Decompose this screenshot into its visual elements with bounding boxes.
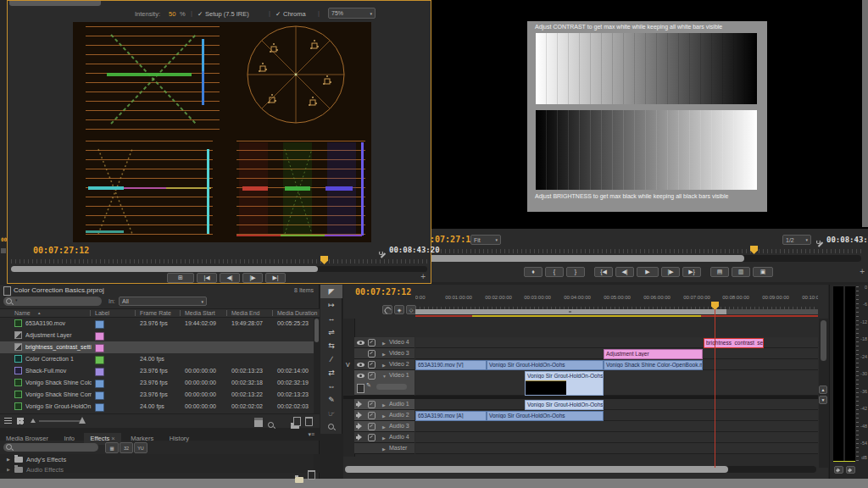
toggle-track-output-icon[interactable] [357, 374, 364, 378]
program-scrollbar-thumb[interactable] [428, 255, 744, 262]
chroma-check-icon[interactable]: ✓ [275, 10, 281, 18]
pen-tool[interactable]: ✎ [320, 393, 342, 407]
filter-dropdown[interactable]: All ▾ [119, 297, 207, 306]
track-height-up-button[interactable]: ▲ [819, 385, 827, 394]
mark-out-button[interactable]: } [566, 267, 585, 277]
timeline-vscrollbar[interactable]: ▲ ▼ [819, 319, 828, 468]
step-back-button[interactable]: ◀| [615, 267, 634, 277]
rolling-edit-tool[interactable]: ⇌ [320, 325, 342, 339]
twirl-icon[interactable]: ▶ [382, 341, 386, 346]
slip-tool[interactable]: ⇄ [320, 366, 342, 380]
play-button[interactable]: ▶ [637, 267, 659, 277]
sync-lock-icon[interactable] [368, 350, 376, 358]
ripple-edit-tool[interactable]: ↔ [320, 312, 342, 325]
track-height-down-button[interactable]: ▼ [819, 396, 827, 404]
track-header-audio1[interactable]: ▶ Audio 1 [354, 399, 415, 410]
zoom-out-icon[interactable] [31, 419, 36, 423]
list-view-button[interactable] [4, 418, 12, 424]
twirl-icon[interactable]: ▶ [382, 352, 386, 357]
lane-master[interactable] [415, 443, 818, 454]
label-chip[interactable] [95, 391, 104, 400]
timeline-hscrollbar[interactable] [345, 466, 816, 473]
hand-tool[interactable]: ☞ [320, 407, 342, 420]
fit-dropdown[interactable]: Fit ▾ [470, 235, 501, 245]
timeline-clip[interactable]: Adjustment Layer [604, 349, 703, 359]
track-header-video2[interactable]: ▶ Video 2 [354, 359, 415, 370]
sync-lock-icon[interactable] [368, 423, 376, 430]
gang-button[interactable]: ⊞ [167, 273, 194, 283]
setup-check-icon[interactable]: ✓ [198, 10, 203, 18]
table-row[interactable]: 653A3190.mov 23.976 fps 19:44:02:09 19:4… [0, 318, 314, 330]
mute-left-button[interactable] [834, 466, 843, 474]
timeline-clip[interactable]: Vonigo Sir Grout-HoldOn-Oohs [487, 411, 604, 421]
sync-lock-icon[interactable] [368, 361, 376, 369]
effects-folder-name[interactable]: Andy's Effects [26, 456, 66, 463]
track-header-video4[interactable]: ▶ Video 4 [354, 337, 415, 348]
twirl-icon[interactable]: ▶ [7, 457, 10, 462]
project-vscrollbar-thumb[interactable] [314, 319, 319, 342]
list-item[interactable]: ▶ Audio Effects [0, 464, 320, 473]
timeline-clip[interactable]: 653A3190.mov [V] [415, 360, 487, 370]
program-time-ruler[interactable] [428, 249, 861, 253]
program-plus-button[interactable]: + [860, 267, 865, 276]
lift-button[interactable]: ▤ [710, 267, 729, 277]
track-name[interactable]: Video 3 [389, 350, 409, 356]
automate-to-sequence-button[interactable] [254, 418, 263, 427]
track-select-tool[interactable]: ↦ [320, 298, 342, 312]
sync-lock-icon[interactable] [368, 339, 376, 347]
chroma-label[interactable]: Chroma [283, 10, 306, 18]
timeline-clip[interactable]: brightness_contrast_set [704, 338, 764, 348]
track-header-audio3[interactable]: ▶ Audio 3 [354, 421, 415, 432]
selection-tool[interactable]: ◤ [320, 285, 342, 298]
set-display-style-icon[interactable] [357, 384, 364, 393]
track-name[interactable]: Video 1 [389, 372, 409, 378]
track-name[interactable]: Audio 1 [389, 401, 409, 407]
label-chip[interactable] [95, 356, 104, 364]
track-name[interactable]: Audio 2 [389, 412, 409, 418]
scroll-strip[interactable] [862, 0, 868, 227]
track-options-pill[interactable] [376, 384, 407, 390]
settings-wrench-icon[interactable] [379, 251, 387, 258]
column-media-start[interactable]: Media Start [180, 310, 215, 316]
go-to-in-button[interactable]: {◀ [594, 267, 613, 277]
speaker-icon[interactable] [356, 401, 364, 408]
new-item-button[interactable] [293, 417, 301, 426]
table-row-selected[interactable]: brightness_contrast_setti [0, 341, 314, 353]
slider-thumb[interactable] [79, 417, 86, 424]
twirl-icon[interactable]: ▶ [382, 435, 386, 441]
work-area-center-handle[interactable] [569, 311, 571, 313]
zoom-tool[interactable] [320, 420, 342, 434]
track-header-audio2[interactable]: ▶ Audio 2 [354, 410, 415, 421]
twirl-icon[interactable]: ▶ [382, 363, 386, 368]
list-item[interactable]: ▶ Andy's Effects [0, 454, 320, 464]
lane-video1[interactable] [415, 370, 818, 396]
twirl-icon[interactable]: ▶ [382, 424, 386, 430]
column-name[interactable]: Name [14, 310, 31, 316]
table-row[interactable]: Color Correction 1 24.00 fps [0, 353, 314, 365]
timeline-clip[interactable]: Vonigo Sir Grout-HoldOn-Oohs [487, 360, 604, 370]
twirl-icon[interactable]: ▶ [382, 446, 386, 452]
timeline-clip[interactable]: Vonigo Sir Grout-HoldOn-Oohs [525, 400, 604, 410]
label-chip[interactable] [95, 368, 104, 376]
track-name[interactable]: Video 4 [389, 339, 409, 345]
twirl-icon[interactable]: ▶ [382, 402, 386, 408]
playback-resolution-dropdown[interactable]: 1/2 ▾ [782, 235, 811, 245]
column-media-duration[interactable]: Media Duration [272, 310, 317, 316]
lane-audio1[interactable] [415, 399, 818, 410]
add-marker-button[interactable]: ♦ [524, 267, 542, 277]
sync-lock-icon[interactable] [368, 434, 376, 441]
scope-zoom-dropdown[interactable]: 75% ▾ [328, 8, 376, 19]
reference-plus-button[interactable]: + [420, 272, 426, 281]
go-to-out-button[interactable]: ▶} [682, 267, 701, 277]
track-name[interactable]: Video 2 [389, 361, 409, 367]
timeline-clip[interactable]: Vonigo Shack Shine Color-OpenBook.m [604, 360, 703, 370]
twirl-open-icon[interactable]: ▼ [382, 374, 387, 379]
accelerated-effects-badge[interactable]: ▦ [105, 442, 119, 453]
table-row[interactable]: Shack-Full.mov 23.976 fps 00:00:00:00 00… [0, 365, 314, 377]
setup-label[interactable]: Setup (7.5 IRE) [205, 10, 249, 18]
source-video-indicator[interactable]: V [346, 362, 350, 368]
next-edit-button[interactable]: ▶| [265, 273, 286, 283]
table-row[interactable]: Vonigo Shack Shine Comp 23.976 fps 00:00… [0, 389, 314, 401]
speaker-icon[interactable] [356, 434, 364, 441]
reference-current-time[interactable]: 00:07:27:12 [33, 246, 89, 255]
